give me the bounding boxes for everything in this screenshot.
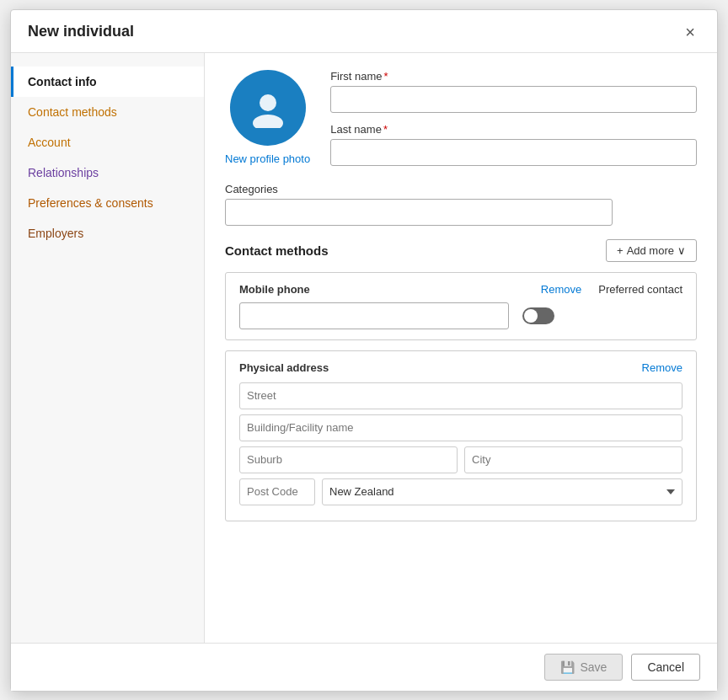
mobile-phone-input[interactable] — [239, 302, 509, 329]
save-label: Save — [580, 660, 607, 674]
sidebar-item-contact-methods[interactable]: Contact methods — [11, 97, 204, 127]
contact-methods-header: Contact methods + Add more ∨ — [225, 239, 697, 262]
avatar-column: New profile photo — [225, 70, 310, 165]
sidebar: Contact info Contact methods Account Rel… — [11, 53, 205, 643]
person-icon — [248, 88, 288, 128]
mobile-phone-remove[interactable]: Remove — [541, 283, 581, 296]
address-label: Physical address — [239, 361, 329, 374]
svg-point-0 — [260, 94, 276, 111]
add-more-button[interactable]: + Add more ∨ — [606, 239, 697, 262]
save-icon: 💾 — [560, 660, 575, 674]
close-button[interactable]: × — [680, 22, 700, 42]
mobile-phone-card: Mobile phone Remove Preferred contact — [225, 272, 697, 340]
suburb-input[interactable] — [239, 446, 458, 473]
svg-point-1 — [253, 115, 283, 128]
preferred-contact-toggle[interactable] — [522, 307, 554, 324]
first-name-required: * — [384, 70, 388, 83]
modal-title: New individual — [28, 23, 134, 40]
preferred-contact-label: Preferred contact — [598, 283, 682, 296]
cancel-button[interactable]: Cancel — [631, 654, 700, 681]
postcode-input[interactable] — [239, 478, 315, 505]
postcode-country-row: New Zealand Australia United Kingdom Uni… — [239, 478, 682, 505]
modal-body: Contact info Contact methods Account Rel… — [11, 53, 717, 643]
main-content: New profile photo First name* Last name* — [205, 53, 717, 643]
sidebar-item-account[interactable]: Account — [11, 127, 204, 158]
categories-label: Categories — [225, 183, 697, 195]
save-button[interactable]: 💾 Save — [544, 654, 623, 681]
modal-header: New individual × — [11, 10, 717, 53]
first-name-input[interactable] — [330, 86, 697, 113]
address-header: Physical address Remove — [239, 361, 682, 374]
mobile-phone-header: Mobile phone Remove Preferred contact — [239, 283, 682, 296]
sidebar-item-contact-info[interactable]: Contact info — [11, 67, 204, 97]
contact-methods-title: Contact methods — [225, 243, 329, 258]
avatar-section: New profile photo First name* Last name* — [225, 70, 697, 166]
address-remove[interactable]: Remove — [642, 361, 682, 374]
last-name-input[interactable] — [330, 139, 697, 166]
sidebar-item-employers[interactable]: Employers — [11, 218, 204, 248]
categories-section: Categories — [225, 183, 697, 226]
building-input[interactable] — [239, 414, 682, 441]
add-more-label: Add more — [627, 244, 674, 257]
new-profile-photo-link[interactable]: New profile photo — [225, 152, 310, 165]
new-individual-modal: New individual × Contact info Contact me… — [10, 9, 718, 692]
last-name-label: Last name* — [330, 123, 697, 136]
modal-footer: 💾 Save Cancel — [11, 643, 717, 691]
first-name-label: First name* — [330, 70, 697, 83]
categories-group: Categories — [225, 183, 697, 226]
avatar[interactable] — [230, 70, 306, 146]
suburb-city-row — [239, 446, 682, 473]
categories-input[interactable] — [225, 199, 613, 226]
toggle-knob — [524, 309, 538, 323]
name-fields: First name* Last name* — [330, 70, 697, 166]
last-name-group: Last name* — [330, 123, 697, 166]
sidebar-item-relationships[interactable]: Relationships — [11, 158, 204, 188]
physical-address-card: Physical address Remove New Zealand Aust… — [225, 350, 697, 521]
country-select[interactable]: New Zealand Australia United Kingdom Uni… — [322, 478, 682, 505]
mobile-phone-right: Remove Preferred contact — [541, 283, 682, 296]
mobile-phone-label: Mobile phone — [239, 283, 310, 296]
phone-row — [239, 302, 682, 329]
chevron-down-icon: ∨ — [677, 244, 686, 257]
first-name-group: First name* — [330, 70, 697, 113]
city-input[interactable] — [464, 446, 682, 473]
sidebar-item-preferences-consents[interactable]: Preferences & consents — [11, 188, 204, 218]
street-input[interactable] — [239, 382, 682, 409]
add-more-plus-icon: + — [617, 244, 624, 257]
last-name-required: * — [383, 123, 388, 136]
